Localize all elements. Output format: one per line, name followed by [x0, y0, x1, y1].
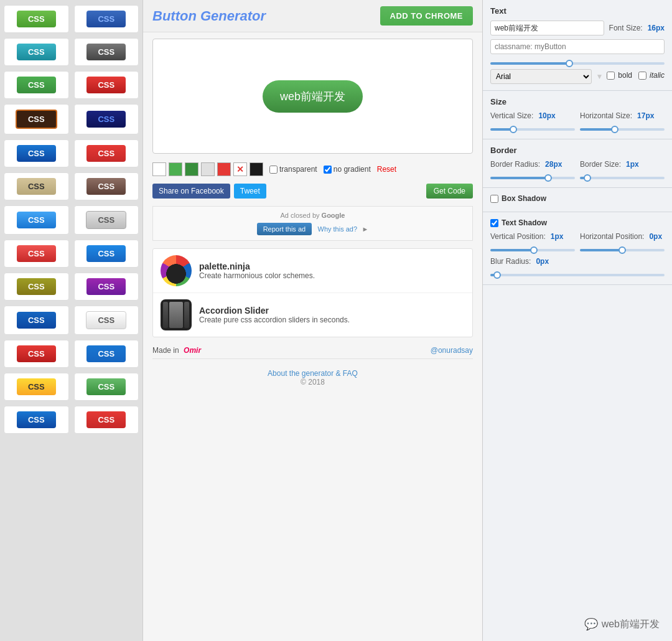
- button-cell-8[interactable]: CSS: [4, 139, 69, 167]
- horizontal-size-slider[interactable]: [580, 128, 665, 131]
- blur-slider[interactable]: [490, 274, 665, 276]
- css-btn-15[interactable]: CSS: [86, 245, 126, 262]
- button-cell-6[interactable]: CSS: [4, 104, 69, 134]
- text-shadow-checkbox-label[interactable]: Text Shadow: [490, 218, 665, 227]
- box-shadow-section: Box Shadow: [483, 188, 672, 212]
- font-select[interactable]: Arial: [490, 69, 592, 84]
- button-cell-7[interactable]: CSS: [74, 104, 139, 134]
- button-cell-17[interactable]: CSS: [74, 273, 139, 301]
- css-btn-3[interactable]: CSS: [86, 44, 126, 60]
- css-btn-6[interactable]: CSS: [16, 110, 57, 129]
- button-cell-15[interactable]: CSS: [74, 240, 139, 268]
- box-shadow-checkbox-label[interactable]: Box Shadow: [490, 194, 665, 203]
- swatch-gray[interactable]: [201, 162, 215, 176]
- button-cell-23[interactable]: CSS: [74, 373, 139, 401]
- promo-accordion[interactable]: Accordion Slider Create pure css accordi…: [153, 293, 472, 337]
- swatch-black[interactable]: [250, 162, 263, 176]
- bold-checkbox[interactable]: [607, 72, 615, 80]
- border-radius-slider[interactable]: [490, 177, 575, 179]
- css-btn-12[interactable]: CSS: [17, 212, 56, 228]
- main-header: Button Generator ADD TO CHROME: [143, 0, 482, 32]
- button-cell-24[interactable]: CSS: [4, 406, 69, 434]
- italic-checkbox[interactable]: [638, 72, 646, 80]
- preview-button[interactable]: web前端开发: [263, 80, 363, 113]
- css-btn-13[interactable]: CSS: [86, 211, 126, 229]
- reset-link[interactable]: Reset: [377, 165, 396, 174]
- button-cell-10[interactable]: CSS: [4, 172, 69, 200]
- social-handle-link[interactable]: @onuradsay: [431, 346, 473, 355]
- bold-checkbox-label[interactable]: bold: [607, 71, 632, 80]
- text-shadow-header: Text Shadow: [502, 218, 547, 227]
- font-size-slider[interactable]: [490, 62, 665, 65]
- css-btn-19[interactable]: CSS: [86, 311, 126, 329]
- css-btn-14[interactable]: CSS: [17, 245, 56, 262]
- text-shadow-checkbox[interactable]: [490, 219, 498, 227]
- button-cell-25[interactable]: CSS: [74, 406, 139, 434]
- transparent-checkbox[interactable]: [269, 166, 278, 174]
- css-btn-2[interactable]: CSS: [17, 44, 56, 60]
- button-cell-13[interactable]: CSS: [74, 205, 139, 235]
- css-btn-23[interactable]: CSS: [86, 378, 126, 395]
- ts-horizontal-slider[interactable]: [580, 249, 665, 251]
- button-cell-0[interactable]: CSS: [4, 5, 69, 33]
- swatch-x[interactable]: ✕: [233, 162, 247, 176]
- ts-vertical-slider[interactable]: [490, 249, 575, 251]
- main-content: Button Generator ADD TO CHROME web前端开发 ✕…: [143, 0, 482, 641]
- tweet-button[interactable]: Tweet: [234, 184, 266, 199]
- button-cell-12[interactable]: CSS: [4, 205, 69, 235]
- about-link[interactable]: About the generator & FAQ: [268, 369, 358, 378]
- css-btn-9[interactable]: CSS: [86, 145, 126, 162]
- why-ad-link[interactable]: Why this ad?: [318, 225, 358, 233]
- facebook-button[interactable]: Share on Facebook: [152, 184, 230, 199]
- css-btn-20[interactable]: CSS: [17, 345, 56, 362]
- button-cell-2[interactable]: CSS: [4, 38, 69, 66]
- button-cell-1[interactable]: CSS: [74, 5, 139, 33]
- promo-palette[interactable]: palette.ninja Create harmonious color sc…: [153, 249, 472, 293]
- css-btn-11[interactable]: CSS: [86, 178, 126, 195]
- border-size-slider[interactable]: [580, 177, 665, 179]
- button-cell-4[interactable]: CSS: [4, 71, 69, 99]
- button-cell-18[interactable]: CSS: [4, 306, 69, 335]
- no-gradient-checkbox-label[interactable]: no gradient: [324, 165, 371, 174]
- button-cell-16[interactable]: CSS: [4, 273, 69, 301]
- add-chrome-button[interactable]: ADD TO CHROME: [380, 6, 473, 26]
- ts-horizontal-label: Horizontal Position:: [580, 232, 644, 241]
- css-btn-24[interactable]: CSS: [17, 411, 56, 428]
- button-cell-20[interactable]: CSS: [4, 340, 69, 368]
- text-input[interactable]: [490, 21, 604, 35]
- classname-input[interactable]: [490, 39, 665, 54]
- button-cell-11[interactable]: CSS: [74, 172, 139, 200]
- button-cell-5[interactable]: CSS: [74, 71, 139, 99]
- css-btn-25[interactable]: CSS: [86, 411, 126, 428]
- italic-checkbox-label[interactable]: italic: [638, 71, 665, 80]
- css-btn-0[interactable]: CSS: [17, 11, 56, 27]
- button-cell-3[interactable]: CSS: [74, 38, 139, 66]
- css-btn-21[interactable]: CSS: [86, 345, 126, 362]
- css-btn-16[interactable]: CSS: [17, 278, 56, 295]
- ts-horizontal-row: Horizontal Position: 0px: [580, 232, 665, 241]
- button-cell-21[interactable]: CSS: [74, 340, 139, 368]
- css-btn-17[interactable]: CSS: [86, 278, 126, 295]
- css-btn-10[interactable]: CSS: [17, 178, 56, 195]
- swatch-white[interactable]: [152, 162, 166, 176]
- button-cell-19[interactable]: CSS: [74, 306, 139, 335]
- css-btn-22[interactable]: CSS: [17, 378, 56, 395]
- swatch-green2[interactable]: [185, 162, 198, 176]
- css-btn-5[interactable]: CSS: [86, 77, 126, 93]
- box-shadow-checkbox[interactable]: [490, 195, 498, 203]
- report-ad-button[interactable]: Report this ad: [257, 223, 312, 235]
- css-btn-4[interactable]: CSS: [17, 77, 56, 93]
- no-gradient-checkbox[interactable]: [324, 166, 332, 174]
- css-btn-8[interactable]: CSS: [17, 145, 56, 162]
- button-cell-22[interactable]: CSS: [4, 373, 69, 401]
- button-cell-9[interactable]: CSS: [74, 139, 139, 167]
- css-btn-1[interactable]: CSS: [86, 11, 126, 27]
- transparent-checkbox-label[interactable]: transparent: [269, 165, 317, 174]
- swatch-green1[interactable]: [169, 162, 182, 176]
- css-btn-7[interactable]: CSS: [86, 111, 126, 128]
- swatch-red[interactable]: [217, 162, 231, 176]
- css-btn-18[interactable]: CSS: [17, 312, 56, 329]
- get-code-button[interactable]: Get Code: [426, 184, 473, 199]
- vertical-size-slider[interactable]: [490, 128, 575, 131]
- button-cell-14[interactable]: CSS: [4, 240, 69, 268]
